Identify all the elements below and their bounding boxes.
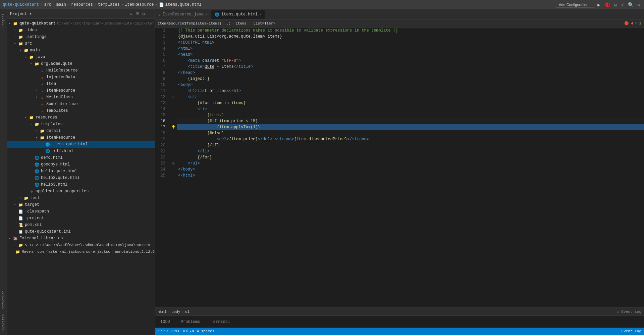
tree-item-main[interactable]: ▾ 📁 main [7, 47, 155, 54]
tree-label-classpath: .classpath [25, 209, 49, 214]
tab-close-items-qute[interactable]: ✕ [260, 12, 262, 16]
tree-item-item-resource-folder[interactable]: ▾ 📁 ItemResource [7, 134, 155, 141]
fold-icon-23[interactable]: ⊖ [170, 160, 177, 166]
tree-item-goodbye-html[interactable]: 🌐 goodbye.html [7, 161, 155, 168]
status-encoding[interactable]: UTF-8 [183, 329, 194, 333]
event-log-label[interactable]: ⚠ Event Log [617, 309, 641, 314]
coverage-icon[interactable]: ☑ [613, 2, 618, 8]
tree-item-templates-folder[interactable]: ▾ 📁 templates [7, 121, 155, 128]
arrow-expanded-res: ▾ [25, 116, 29, 119]
minimize-icon[interactable]: — [148, 11, 152, 17]
tree-item-maven-jackson[interactable]: › 📁 Maven: com.fasterxml.jackson.core:ja… [7, 248, 155, 255]
tree-item-org[interactable]: ▾ 📁 org.acme.qute [7, 60, 155, 67]
html-icon-hello2: 🌐 [34, 175, 40, 181]
tree-label-iml: qute-quickstart.iml [25, 229, 71, 234]
add-configuration-button[interactable]: Add Configuration... [556, 2, 594, 8]
tree-item-item-resource[interactable]: › ☕ ItemResource [7, 87, 155, 94]
gear-icon[interactable]: ⚙ [142, 11, 146, 17]
tb-part-6[interactable]: ItemResource [125, 2, 154, 7]
arrow-collapsed-nc: › [36, 96, 40, 99]
bottom-bc-html[interactable]: html [158, 310, 166, 314]
fold-icon-12[interactable]: ⊖ [170, 94, 177, 100]
tab-bar: ☕ ItemResource.java ✕ 🌐 items.qute.html … [155, 9, 644, 19]
tree-item-app-props[interactable]: ⚙ application.properties [7, 188, 155, 195]
tree-item-test[interactable]: › 📁 test [7, 195, 155, 201]
tree-item-java-11[interactable]: › 📁 < 11 > C:\Users\JeffMAURY\.sdkman\ca… [7, 242, 155, 248]
tb-part-2[interactable]: src [44, 2, 51, 7]
tree-item-items-qute-html[interactable]: 🌐 items.qute.html [7, 141, 155, 148]
tree-item-idea[interactable]: › 📁 .idea [7, 27, 155, 34]
bottom-tab-problems[interactable]: Problems [178, 318, 203, 326]
search-everywhere-icon[interactable]: 🔍 [627, 2, 635, 8]
sidebar-strip-favorites[interactable]: Favorites [1, 312, 6, 335]
run-icon[interactable]: ▶ [596, 2, 601, 8]
bottom-tab-terminal[interactable]: Terminal [208, 318, 233, 326]
tab-item-resource-java[interactable]: ☕ ItemResource.java ✕ [155, 10, 211, 19]
status-crlf[interactable]: CRLF [171, 329, 180, 333]
breadcrumb-class[interactable]: ItemResource$Templates#items(...) [158, 21, 231, 26]
tree-item-pom-xml[interactable]: 📜 pom.xml [7, 222, 155, 228]
tree-label-project-file: .project [25, 216, 44, 221]
tab-items-qute-html[interactable]: 🌐 items.qute.html ✕ [211, 10, 265, 19]
tree-item-nested-class[interactable]: › ☕ NestedClass [7, 94, 155, 101]
tb-part-1[interactable]: qute-quickstart [3, 2, 39, 7]
project-dropdown[interactable]: Project ▾ [10, 11, 32, 16]
tb-filename: items.qute.html [165, 2, 202, 7]
tree-item-java[interactable]: ▾ 📁 java [7, 54, 155, 60]
sidebar-strip-project[interactable]: Project [1, 11, 6, 30]
breadcrumb-bar: ItemResource$Templates#items(...) › item… [155, 19, 644, 28]
ok-count: ✓ 1 [635, 21, 641, 26]
tree-item-src[interactable]: ▾ 📁 src [7, 40, 155, 47]
tree-item-jeff-html[interactable]: 🌐 jeff.html [7, 148, 155, 154]
html-tab-icon: 🌐 [215, 12, 219, 17]
tree-item-injected-data[interactable]: ☕ InjectedData [7, 74, 155, 81]
status-left: 17:31 CRLF UTF-8 4 spaces [158, 329, 214, 333]
tree-item-templates-java[interactable]: ☕ Templates [7, 107, 155, 114]
tb-part-4[interactable]: resources [71, 2, 93, 7]
tree-item-hello2-qute-html[interactable]: 🌐 hello2.qute.html [7, 175, 155, 181]
collapse-all-icon[interactable]: ⇤ [129, 11, 133, 17]
tree-item-target[interactable]: ▾ 📁 target [7, 201, 155, 208]
status-indent[interactable]: 4 spaces [197, 329, 214, 333]
folder-icon-item-resource: 📁 [40, 135, 45, 140]
tree-item-hello-qute-html[interactable]: 🌐 hello.qute.html [7, 168, 155, 175]
tree-item-project-file[interactable]: 📄 .project [7, 215, 155, 222]
expand-all-icon[interactable]: ≡ [136, 11, 140, 17]
tb-part-3[interactable]: main [56, 2, 66, 7]
tree-item-detail[interactable]: › 📁 detail [7, 128, 155, 134]
status-event-log[interactable]: Event Log [622, 329, 641, 333]
tree-item-item[interactable]: ☕ Item [7, 81, 155, 87]
arrow-expanded-org: ▾ [30, 62, 34, 66]
code-editor[interactable]: 1 2 3 4 5 6 7 8 9 10 11 12 13 14 15 16 1… [155, 28, 644, 307]
tree-item-some-interface[interactable]: ☕ SomeInterface [7, 101, 155, 107]
tb-part-7[interactable]: 📄 [159, 2, 164, 7]
tree-item-demo-html[interactable]: 🌐 demo.html [7, 154, 155, 161]
folder-icon-org: 📁 [34, 61, 40, 66]
tb-part-5[interactable]: templates [98, 2, 120, 7]
folder-icon-templates: 📁 [34, 122, 40, 127]
tree-item-iml[interactable]: 📋 qute-quickstart.iml [7, 228, 155, 235]
folder-icon-external-libs: 📚 [13, 236, 18, 241]
tree-item-external-libs[interactable]: ▾ 📚 External Libraries [7, 235, 155, 242]
error-badge: 🔴 4 ✓ 1 [624, 21, 641, 26]
bulb-icon-17[interactable]: 💡 [170, 124, 177, 130]
code-content[interactable]: {! This parameter declarations makes it … [177, 28, 644, 307]
profile-icon[interactable]: ⚡ [620, 2, 625, 8]
tree-item-settings[interactable]: › 📁 .settings [7, 34, 155, 40]
sidebar-strip-structure[interactable]: Structure [1, 288, 6, 312]
tab-close-item-resource[interactable]: ✕ [206, 12, 208, 16]
status-position[interactable]: 17:31 [158, 329, 169, 333]
bottom-tab-todo[interactable]: TODO [158, 318, 173, 326]
arrow-expanded-target: ▾ [14, 203, 18, 207]
tree-item-hello-resource[interactable]: ☕ HelloResource [7, 67, 155, 74]
tree-item-root[interactable]: ▾ 📁 qute-quickstart C:\work\src\tmp\quar… [7, 20, 155, 27]
debug-icon[interactable]: 🐞 [603, 2, 611, 8]
breadcrumb-items[interactable]: items : List<Item> [235, 21, 275, 26]
bottom-bc-body[interactable]: body [171, 310, 180, 314]
bottom-bc-ul[interactable]: ul [185, 310, 190, 314]
tree-item-resources[interactable]: ▾ 📁 resources [7, 114, 155, 121]
tree-item-classpath[interactable]: 📄 .classpath [7, 208, 155, 215]
gutter-1 [170, 28, 177, 34]
settings-icon[interactable]: ⚙ [637, 2, 641, 8]
tree-item-hello3-html[interactable]: 🌐 hello3.html [7, 181, 155, 188]
